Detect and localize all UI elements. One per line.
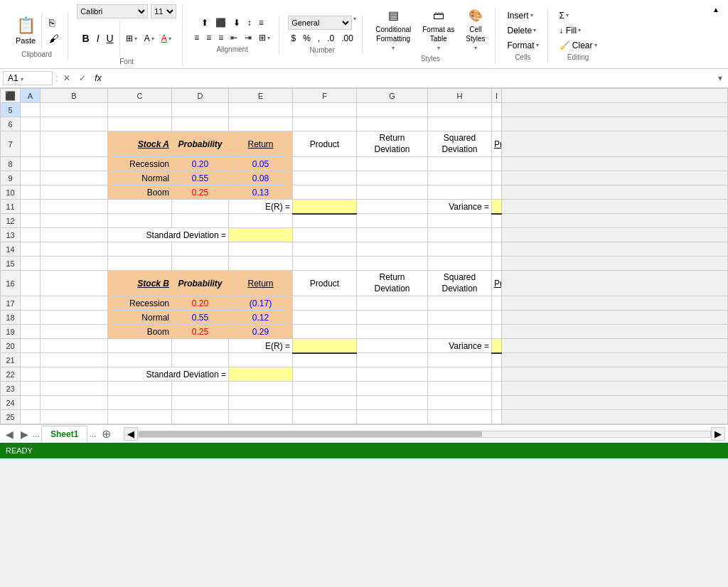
cell-e17[interactable]: (0.17): [229, 296, 293, 311]
cell-d9[interactable]: 0.55: [172, 171, 229, 185]
merge-button[interactable]: ⊞ ▾: [256, 31, 273, 44]
cell-d17[interactable]: 0.20: [172, 296, 229, 311]
cell-b20[interactable]: [41, 339, 108, 353]
cell-c22[interactable]: Standard Deviation =: [108, 367, 229, 382]
cell-g13[interactable]: [357, 228, 428, 242]
cell-i22[interactable]: [492, 367, 502, 382]
cell-c10[interactable]: Boom: [108, 185, 172, 200]
cell-h16[interactable]: SquaredDeviation: [428, 271, 492, 296]
row-header[interactable]: 5: [1, 103, 21, 117]
cell-a14[interactable]: [21, 242, 41, 257]
cell-a23[interactable]: [21, 382, 41, 396]
cell-a20[interactable]: [21, 339, 41, 353]
row-header[interactable]: 12: [1, 214, 21, 228]
cell-e15[interactable]: [229, 257, 293, 271]
cell-c25[interactable]: [108, 410, 172, 424]
cell-b8[interactable]: [41, 157, 108, 171]
cell-f5[interactable]: [293, 103, 357, 117]
cell-c7[interactable]: Stock A: [108, 131, 172, 157]
currency-button[interactable]: $: [288, 32, 299, 45]
tab-sheet1[interactable]: Sheet1: [41, 426, 87, 443]
cell-a15[interactable]: [21, 257, 41, 271]
cell-e14[interactable]: [229, 242, 293, 257]
cell-a9[interactable]: [21, 171, 41, 185]
cell-e11[interactable]: E(R) =: [229, 200, 293, 214]
cell-a11[interactable]: [21, 200, 41, 214]
col-header-a[interactable]: A: [21, 89, 41, 103]
cell-g9[interactable]: [357, 171, 428, 185]
cell-c13[interactable]: Standard Deviation =: [108, 228, 229, 242]
cell-d18[interactable]: 0.55: [172, 311, 229, 325]
cell-g12[interactable]: [357, 214, 428, 228]
cell-i13[interactable]: [492, 228, 502, 242]
format-button[interactable]: Format ▾: [504, 39, 541, 52]
cell-f18[interactable]: [293, 311, 357, 325]
insert-function-button[interactable]: fx: [92, 72, 104, 85]
cell-e21[interactable]: [229, 353, 293, 367]
cell-e5[interactable]: [229, 103, 293, 117]
row-header[interactable]: 9: [1, 171, 21, 185]
cell-f19[interactable]: [293, 325, 357, 339]
add-sheet-button[interactable]: ⊕: [97, 426, 115, 442]
cell-b25[interactable]: [41, 410, 108, 424]
scroll-right-button[interactable]: ▶: [711, 427, 725, 441]
cell-a24[interactable]: [21, 396, 41, 410]
cell-f17[interactable]: [293, 296, 357, 311]
cell-f25[interactable]: [293, 410, 357, 424]
cell-g21[interactable]: [357, 353, 428, 367]
paste-button[interactable]: 📋 Paste: [11, 12, 42, 49]
cell-d8[interactable]: 0.20: [172, 157, 229, 171]
cell-a17[interactable]: [21, 296, 41, 311]
confirm-formula-button[interactable]: ✓: [76, 72, 89, 85]
clear-button[interactable]: 🧹 Clear ▾: [557, 39, 600, 52]
cell-d16[interactable]: Probability: [172, 271, 229, 296]
cell-i11[interactable]: [492, 200, 502, 214]
scroll-left-button[interactable]: ◀: [124, 427, 138, 441]
row-header[interactable]: 7: [1, 131, 21, 157]
cell-f9[interactable]: [293, 171, 357, 185]
align-center-button[interactable]: ≡: [203, 31, 214, 44]
cell-e8[interactable]: 0.05: [229, 157, 293, 171]
cell-g17[interactable]: [357, 296, 428, 311]
cell-g10[interactable]: [357, 185, 428, 200]
cell-h19[interactable]: [428, 325, 492, 339]
cell-i18[interactable]: [492, 311, 502, 325]
cell-f15[interactable]: [293, 257, 357, 271]
cell-h24[interactable]: [428, 396, 492, 410]
cell-b13[interactable]: [41, 228, 108, 242]
cell-c8[interactable]: Recession: [108, 157, 172, 171]
cell-styles-button[interactable]: 🎨 CellStyles ▾: [461, 7, 489, 53]
cell-f16[interactable]: Product: [293, 271, 357, 296]
cell-h25[interactable]: [428, 410, 492, 424]
cell-reference-box[interactable]: A1 ▾: [3, 71, 53, 85]
cell-d12[interactable]: [172, 214, 229, 228]
cell-g14[interactable]: [357, 242, 428, 257]
bold-button[interactable]: B: [80, 31, 92, 45]
cell-i20[interactable]: [492, 339, 502, 353]
align-top-button[interactable]: ⬆: [198, 16, 211, 29]
cell-e7[interactable]: Return: [229, 131, 293, 157]
cell-b18[interactable]: [41, 311, 108, 325]
cell-e25[interactable]: [229, 410, 293, 424]
cell-b24[interactable]: [41, 396, 108, 410]
underline-button[interactable]: U: [104, 31, 117, 45]
text-direction-button[interactable]: ↕: [245, 16, 255, 29]
row-header[interactable]: 8: [1, 157, 21, 171]
cell-f14[interactable]: [293, 242, 357, 257]
cell-g6[interactable]: [357, 117, 428, 131]
cell-b5[interactable]: [41, 103, 108, 117]
cell-e10[interactable]: 0.13: [229, 185, 293, 200]
cell-f8[interactable]: [293, 157, 357, 171]
cell-g24[interactable]: [357, 396, 428, 410]
row-header[interactable]: 19: [1, 325, 21, 339]
cell-i6[interactable]: [492, 117, 502, 131]
delete-button[interactable]: Delete ▾: [504, 24, 539, 37]
col-header-b[interactable]: B: [41, 89, 108, 103]
cell-f10[interactable]: [293, 185, 357, 200]
cell-i24[interactable]: [492, 396, 502, 410]
cell-b6[interactable]: [41, 117, 108, 131]
cell-b11[interactable]: [41, 200, 108, 214]
cell-c23[interactable]: [108, 382, 172, 396]
cell-g15[interactable]: [357, 257, 428, 271]
cell-i8[interactable]: [492, 157, 502, 171]
